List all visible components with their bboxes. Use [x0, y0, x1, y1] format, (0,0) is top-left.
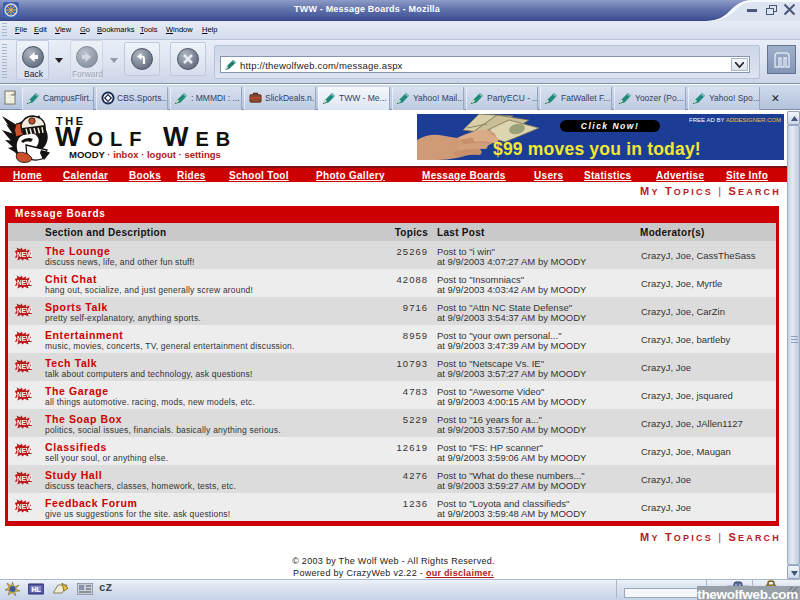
svg-text:NEW: NEW [17, 307, 33, 314]
svg-text:NEW: NEW [17, 279, 33, 286]
svg-text:NEW: NEW [17, 503, 33, 510]
svg-text:NEW: NEW [17, 391, 33, 398]
svg-text:NEW: NEW [17, 251, 33, 258]
svg-text:NEW: NEW [17, 447, 33, 454]
svg-text:NEW: NEW [17, 475, 33, 482]
svg-text:NEW: NEW [17, 419, 33, 426]
svg-text:HL: HL [32, 586, 42, 593]
svg-text:NEW: NEW [17, 335, 33, 342]
svg-text:NEW: NEW [17, 363, 33, 370]
